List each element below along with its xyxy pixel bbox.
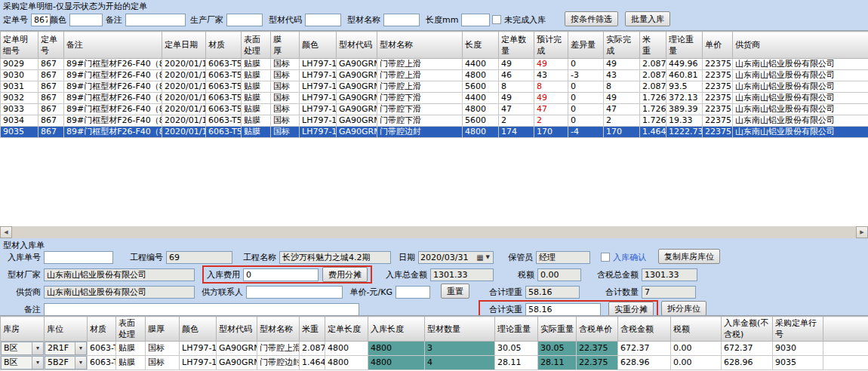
- column-header[interactable]: 税额: [671, 317, 722, 342]
- cell: 门带腔上滑: [377, 59, 463, 70]
- inbound-fee-input[interactable]: [243, 268, 319, 281]
- column-header[interactable]: [823, 317, 868, 342]
- total-amount-input[interactable]: [430, 268, 494, 281]
- column-header[interactable]: 含税金额: [618, 317, 671, 342]
- column-header[interactable]: 含税单价: [577, 317, 618, 342]
- cell: 22375: [703, 70, 733, 81]
- scroll-left-icon[interactable]: ◀: [0, 226, 12, 238]
- profile-name-filter-input[interactable]: [383, 14, 420, 26]
- calendar-icon[interactable]: ▦: [476, 253, 484, 262]
- unit-price-input[interactable]: [396, 286, 430, 299]
- column-header[interactable]: 米重: [300, 317, 325, 342]
- column-header[interactable]: 定单 号: [38, 32, 64, 59]
- scrollbar-track[interactable]: [12, 226, 856, 238]
- cell: 867: [38, 115, 64, 127]
- column-header[interactable]: 入库长度: [368, 317, 425, 342]
- keeper-input[interactable]: [536, 251, 590, 264]
- remark-input[interactable]: [44, 303, 359, 316]
- cell: 1.464: [640, 127, 666, 138]
- column-header[interactable]: 型材代码: [337, 32, 377, 59]
- column-header[interactable]: 型材数量: [425, 317, 495, 342]
- manufacturer-input[interactable]: [44, 268, 195, 281]
- column-header[interactable]: 理论重量: [495, 317, 538, 342]
- column-header[interactable]: 型材名称: [257, 317, 300, 342]
- column-header[interactable]: 颜色: [300, 32, 337, 59]
- column-header[interactable]: 定单明 细号: [1, 32, 38, 59]
- cell: 2: [499, 115, 534, 127]
- batch-inbound-button[interactable]: 批量入库: [625, 11, 670, 26]
- column-header[interactable]: 膜厚: [146, 317, 180, 342]
- table-row[interactable]: 903086789#门框型材F26-F40（866+867）2020/01/13…: [1, 70, 868, 81]
- dropdown-icon[interactable]: ▾: [32, 342, 43, 354]
- total-actual-weight-input[interactable]: [525, 303, 601, 316]
- project-name-input[interactable]: [279, 251, 391, 264]
- column-header[interactable]: 材质: [88, 317, 116, 342]
- column-header[interactable]: 实际完 成: [604, 32, 640, 59]
- reset-button[interactable]: 重置: [441, 284, 469, 299]
- fee-allocate-button[interactable]: 费用分摊: [322, 267, 368, 282]
- column-header[interactable]: 入库金额(不 含税): [722, 317, 773, 342]
- column-header[interactable]: 库房: [1, 317, 45, 342]
- column-header[interactable]: 采购定单行 号: [773, 317, 823, 342]
- column-header[interactable]: 表面 处理: [242, 32, 271, 59]
- column-header[interactable]: 定单长度: [325, 317, 368, 342]
- total-with-tax-input[interactable]: [642, 268, 697, 281]
- cell: -4: [568, 127, 604, 138]
- table-row[interactable]: 903486789#门框型材F26-F40（866+867）2020/01/13…: [1, 115, 868, 127]
- split-location-button[interactable]: 拆分库位: [661, 301, 706, 316]
- column-header[interactable]: 库位: [45, 317, 88, 342]
- total-quantity-input[interactable]: [642, 286, 696, 299]
- column-header[interactable]: 供货商: [733, 32, 868, 59]
- unfinished-checkbox[interactable]: [492, 15, 501, 24]
- column-header[interactable]: 备注: [64, 32, 162, 59]
- table-row[interactable]: 903186789#门框型材F26-F40（866+867）2020/01/13…: [1, 81, 868, 93]
- copy-location-button[interactable]: 复制库房库位: [658, 249, 720, 264]
- receipt-no-input[interactable]: [44, 251, 113, 264]
- inbound-confirm-checkbox[interactable]: [601, 253, 610, 262]
- column-header[interactable]: 米 重: [640, 32, 666, 59]
- table-row[interactable]: 903286789#门框型材F26-F40（866+867）2020/01/13…: [1, 93, 868, 104]
- column-header[interactable]: 预计完 成: [534, 32, 568, 59]
- column-header[interactable]: 长度: [463, 32, 499, 59]
- table-row[interactable]: B区▾2R1F▾6063-T5贴膜国标LH797-1LL0GA90GRM03门带…: [1, 342, 868, 356]
- color-filter-input[interactable]: [69, 14, 103, 26]
- manufacturer-filter-input[interactable]: [226, 14, 263, 26]
- table-row[interactable]: 902986789#门框型材F26-F40（866+867）2020/01/13…: [1, 59, 868, 70]
- dropdown-icon[interactable]: ▾: [75, 357, 86, 369]
- total-theoretical-weight-label: 合计理重: [483, 287, 525, 298]
- column-header[interactable]: 型材代码: [217, 317, 257, 342]
- column-header[interactable]: 单价: [703, 32, 733, 59]
- column-header[interactable]: 定单数 量: [499, 32, 534, 59]
- supplier-input[interactable]: [44, 286, 195, 299]
- cell: 4400: [463, 59, 499, 70]
- profile-code-filter-input[interactable]: [305, 14, 341, 26]
- dropdown-icon[interactable]: ▾: [32, 357, 43, 369]
- date-picker[interactable]: 2020/03/31 ▦ ▼: [418, 251, 494, 264]
- column-header[interactable]: 实际重量: [538, 317, 577, 342]
- order-no-input[interactable]: [31, 14, 51, 26]
- length-filter-input[interactable]: [461, 14, 490, 26]
- column-header[interactable]: 材质: [206, 32, 242, 59]
- actual-weight-allocate-button[interactable]: 实重分摊: [608, 302, 654, 317]
- column-header[interactable]: 型材名称: [377, 32, 463, 59]
- filter-by-condition-button[interactable]: 按条件筛选: [565, 11, 618, 26]
- cell: 6063-T5: [88, 356, 116, 370]
- project-no-input[interactable]: [166, 251, 232, 264]
- supplier-contact-input[interactable]: [246, 286, 343, 299]
- column-header[interactable]: 差异量: [568, 32, 604, 59]
- dropdown-icon[interactable]: ▾: [75, 342, 86, 354]
- table-row[interactable]: 903586789#门框型材F26-F40（866+867）2020/01/13…: [1, 127, 868, 138]
- tax-input[interactable]: [537, 268, 581, 281]
- order-grid-hscrollbar[interactable]: ◀ ▶: [0, 226, 868, 238]
- table-row[interactable]: 903386789#门框型材F26-F40（866+867）2020/01/13…: [1, 104, 868, 115]
- calendar-dropdown-icon[interactable]: ▼: [485, 254, 491, 260]
- remark-filter-input[interactable]: [125, 14, 186, 26]
- column-header[interactable]: 定单日期: [162, 32, 206, 59]
- total-theoretical-weight-input[interactable]: [525, 286, 580, 299]
- column-header[interactable]: 理论重 量: [666, 32, 703, 59]
- scroll-right-icon[interactable]: ▶: [856, 226, 868, 238]
- column-header[interactable]: 膜 厚: [271, 32, 300, 59]
- column-header[interactable]: 颜色: [180, 317, 217, 342]
- table-row[interactable]: B区▾5B2F▾6063-T5贴膜国标LH797-1LL0GA90GRM05门带…: [1, 356, 868, 370]
- column-header[interactable]: 表面 处理: [116, 317, 146, 342]
